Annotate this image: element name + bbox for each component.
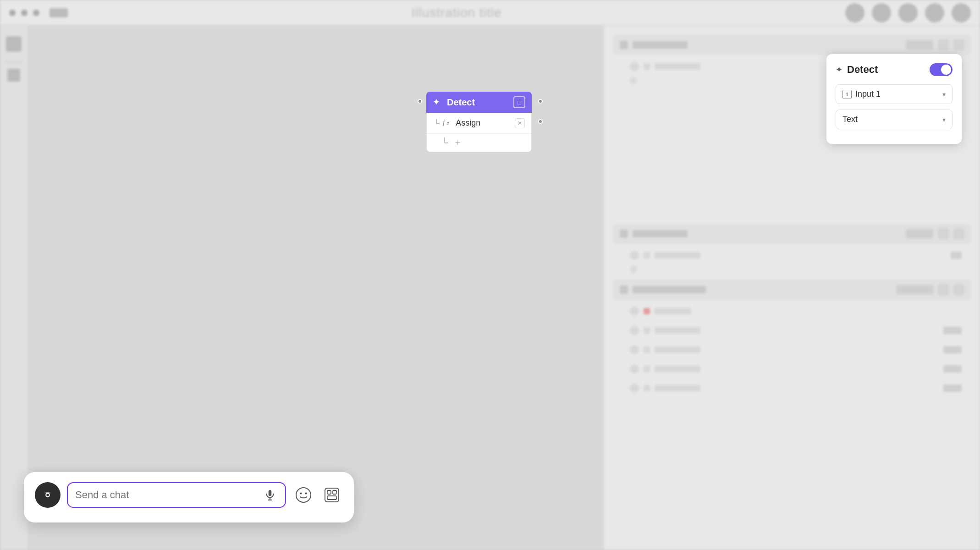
detect-node-title: Detect (447, 97, 475, 108)
sticker-icon (324, 487, 340, 503)
rp-run-subtext (655, 63, 700, 70)
app-title: Illustration title (73, 6, 840, 20)
rp-output-dot (630, 266, 637, 273)
detect-toggle[interactable] (930, 63, 952, 76)
detect-node-connector-right-1 (538, 99, 543, 104)
assign-tree-indent: └ (434, 119, 439, 127)
svg-rect-14 (333, 490, 336, 494)
rp-s3-subrow-2 (613, 322, 971, 339)
rp-output-subtext1 (655, 252, 700, 258)
chat-text-field[interactable] (75, 489, 258, 501)
chat-emoji-button[interactable] (292, 484, 314, 506)
rp-run-dot (630, 77, 637, 84)
detect-node-title-group: ✦ Detect (433, 97, 475, 108)
detect-input-label: Input 1 (855, 89, 881, 99)
svg-point-11 (305, 493, 307, 495)
detect-props-sparkle-icon: ✦ (836, 65, 842, 75)
detect-input-chevron: ▾ (942, 91, 946, 98)
rp-s3-subbadge5 (943, 385, 962, 392)
sidebar-icon (6, 36, 22, 52)
right-panel-section-3 (613, 280, 971, 397)
detect-props-title-group: ✦ Detect (836, 64, 878, 76)
titlebar-close (9, 10, 16, 16)
detect-plus-label: + (455, 138, 461, 148)
chat-mic-button[interactable] (262, 487, 278, 503)
svg-rect-15 (327, 496, 336, 500)
titlebar-icon-4 (925, 3, 944, 22)
assign-label: Assign (456, 118, 480, 128)
detect-node-header: ✦ Detect □ (426, 92, 532, 113)
sidebar-divider (5, 61, 23, 62)
rp-output-bullet1 (630, 251, 639, 260)
detect-input-select[interactable]: 1 Input 1 ▾ (836, 84, 952, 104)
chat-overlay (24, 472, 354, 522)
detect-text-chevron: ▾ (942, 116, 946, 123)
rp-s3-subtext4 (655, 366, 700, 372)
titlebar-icon-1 (845, 3, 864, 22)
rp-s3-icon (620, 286, 628, 294)
rp-s3-subicon5 (644, 385, 650, 391)
detect-properties-panel: ✦ Detect 1 Input 1 ▾ Text ▾ (826, 54, 962, 144)
rp-s3-subbadge4 (943, 365, 962, 373)
titlebar-icon-5 (952, 3, 971, 22)
detect-node-connector-left (415, 99, 424, 104)
rp-s3-subrow-4 (613, 360, 971, 378)
detect-node-connector-right-2 (538, 119, 543, 124)
rp-output-header (613, 224, 971, 244)
assign-close-button[interactable]: ✕ (515, 118, 525, 128)
titlebar-icon-2 (872, 3, 891, 22)
rp-s3-bullet5 (630, 384, 639, 393)
rp-s3-subrow-5 (613, 380, 971, 397)
rp-run-subicon (644, 63, 650, 70)
detect-assign-row[interactable]: └ f x Assign ✕ (427, 113, 531, 134)
chat-sticker-button[interactable] (321, 484, 343, 506)
rp-s3-subicon1 (644, 308, 650, 314)
rp-run-action2 (953, 39, 964, 50)
titlebar-minimize (21, 10, 28, 16)
rp-run-text (633, 41, 688, 49)
rp-run-action (938, 39, 949, 50)
rp-output-subrow-1 (613, 247, 971, 264)
rp-output-text (633, 230, 688, 237)
detect-node-container: ✦ Detect □ └ f x Assign ✕ (426, 92, 532, 152)
svg-rect-6 (269, 490, 272, 496)
detect-plus-row[interactable]: └ + (427, 134, 531, 152)
rp-run-header (613, 35, 971, 55)
svg-rect-13 (327, 490, 331, 494)
rp-output-action2 (953, 228, 964, 239)
rp-s3-subtext5 (655, 385, 700, 391)
detect-props-title: Detect (847, 64, 878, 76)
rp-output-subicon1 (644, 252, 650, 258)
rp-run-badge (906, 40, 933, 50)
titlebar-maximize (33, 10, 39, 16)
rp-run-icon (620, 41, 628, 49)
rp-s3-subtext2 (655, 327, 700, 334)
mic-icon (264, 489, 276, 501)
sidebar-toggle (50, 8, 68, 17)
rp-output-icon (620, 230, 628, 238)
assign-row-left: └ f x Assign (433, 117, 480, 129)
rp-s3-bullet3 (630, 345, 639, 354)
svg-rect-5 (46, 492, 50, 493)
right-panel-section-output (613, 224, 971, 273)
rp-output-badge (906, 229, 933, 238)
rp-s3-bullet4 (630, 364, 639, 374)
detect-text-select[interactable]: Text ▾ (836, 110, 952, 129)
detect-node-body: └ f x Assign ✕ └ + (426, 113, 532, 152)
detect-sparkle-icon: ✦ (433, 97, 440, 107)
chat-text-input-wrapper[interactable] (67, 482, 286, 508)
svg-point-9 (296, 488, 311, 502)
detect-node-box-icon: □ (513, 96, 525, 108)
svg-text:x: x (447, 121, 449, 126)
svg-text:f: f (443, 119, 446, 126)
detect-node: ✦ Detect □ └ f x Assign ✕ (426, 92, 532, 152)
rp-s3-badge (897, 285, 933, 294)
rp-run-bullet (630, 62, 639, 71)
rp-s3-subicon4 (644, 366, 650, 372)
rp-s3-header (613, 280, 971, 300)
rp-s3-action (938, 284, 949, 295)
chat-camera-button[interactable] (35, 482, 61, 508)
rp-s3-text (633, 286, 706, 293)
detect-text-label: Text (842, 115, 858, 124)
rp-s3-subtext1 (655, 308, 691, 314)
